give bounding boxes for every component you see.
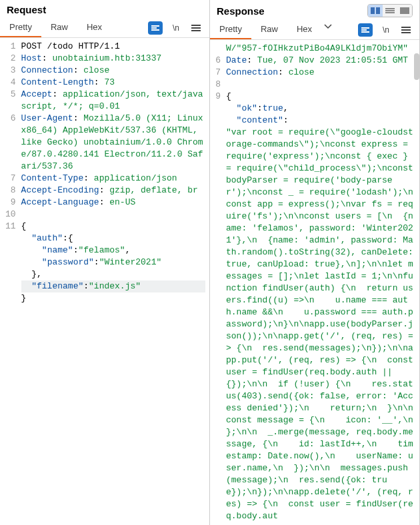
request-tab-tools: \n xyxy=(148,21,205,35)
tab-hex[interactable]: Hex xyxy=(77,18,111,37)
beautify-icon[interactable] xyxy=(358,23,373,37)
svg-rect-8 xyxy=(385,8,395,9)
svg-rect-13 xyxy=(361,29,367,31)
svg-rect-2 xyxy=(151,29,159,31)
response-tabs: Pretty Raw Hex xyxy=(210,20,335,39)
tab-pretty[interactable]: Pretty xyxy=(0,18,41,37)
svg-rect-7 xyxy=(376,7,380,14)
svg-rect-12 xyxy=(361,27,369,29)
svg-rect-0 xyxy=(151,25,159,27)
svg-rect-15 xyxy=(401,27,411,28)
request-tabs: Pretty Raw Hex xyxy=(0,18,111,37)
svg-rect-3 xyxy=(191,25,201,26)
response-header: Response xyxy=(210,0,419,20)
newline-icon[interactable]: \n xyxy=(379,23,393,37)
svg-rect-4 xyxy=(191,27,201,29)
svg-rect-6 xyxy=(371,7,375,14)
svg-rect-14 xyxy=(361,31,369,33)
menu-icon[interactable] xyxy=(189,21,203,35)
response-code[interactable]: 6789 W/"957-fOIHkzutPiBo4A9LKldjm7ObiYM"… xyxy=(210,40,419,525)
response-tab-tools: \n xyxy=(358,23,415,37)
response-gutter: 6789 xyxy=(210,40,225,525)
tab-raw[interactable]: Raw xyxy=(41,18,77,37)
chevron-down-icon[interactable] xyxy=(321,20,335,33)
scrollbar-thumb[interactable] xyxy=(414,53,419,80)
response-view-toolbar xyxy=(367,4,413,17)
request-tabs-row: Pretty Raw Hex \n xyxy=(0,18,209,38)
svg-rect-1 xyxy=(151,27,157,29)
request-gutter: 1234567891011 xyxy=(0,38,20,525)
request-header: Request xyxy=(0,0,209,18)
view-render-icon[interactable] xyxy=(397,5,412,17)
view-split-icon[interactable] xyxy=(368,5,383,17)
svg-rect-9 xyxy=(385,10,395,11)
response-panel: Response Pretty Raw Hex xyxy=(210,0,420,525)
beautify-icon[interactable] xyxy=(148,21,163,35)
svg-rect-17 xyxy=(401,32,411,33)
response-tabs-row: Pretty Raw Hex \n xyxy=(210,20,419,40)
newline-icon[interactable]: \n xyxy=(169,21,183,35)
request-code[interactable]: 1234567891011 POST /todo HTTP/1.1Host: u… xyxy=(0,38,209,525)
view-single-icon[interactable] xyxy=(383,5,397,17)
svg-rect-5 xyxy=(191,30,201,31)
view-toggle xyxy=(367,4,413,17)
request-code-body[interactable]: POST /todo HTTP/1.1Host: unobtainium.htb… xyxy=(20,38,209,525)
response-title: Response xyxy=(217,5,265,17)
svg-rect-10 xyxy=(385,12,395,13)
request-title: Request xyxy=(7,4,46,15)
response-code-body[interactable]: W/"957-fOIHkzutPiBo4A9LKldjm7ObiYM"Date:… xyxy=(225,40,419,525)
svg-rect-16 xyxy=(401,29,411,31)
tab-hex[interactable]: Hex xyxy=(287,20,321,39)
menu-icon[interactable] xyxy=(399,23,413,37)
tab-pretty[interactable]: Pretty xyxy=(210,20,251,39)
svg-rect-11 xyxy=(400,7,409,14)
request-panel: Request Pretty Raw Hex \n 1234567891011 … xyxy=(0,0,210,525)
tab-raw[interactable]: Raw xyxy=(251,20,287,39)
